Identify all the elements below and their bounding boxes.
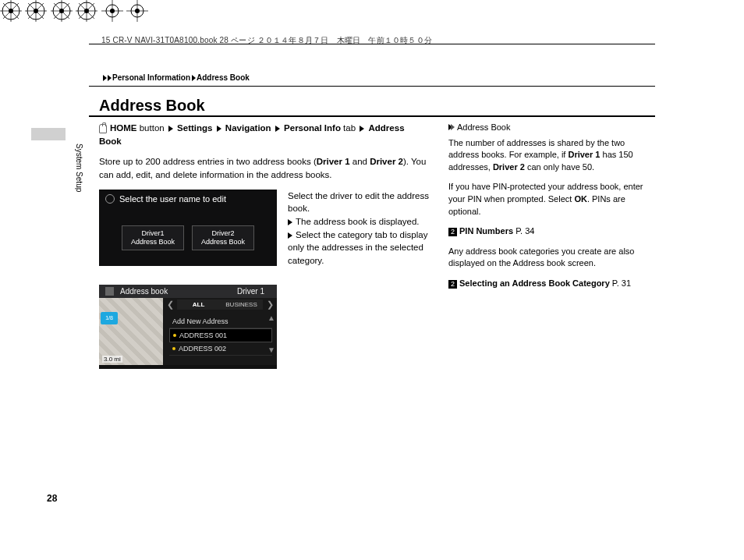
breadcrumb: Personal InformationAddress Book (103, 73, 250, 82)
title-rule (89, 115, 655, 117)
breadcrumb-rule (89, 86, 655, 87)
link-icon: 2 (448, 228, 457, 236)
nav-settings: Settings (177, 123, 212, 133)
instr-2: The address book is displayed. (296, 217, 420, 226)
nav-personal: Personal Info (284, 123, 341, 133)
registration-mark (76, 0, 97, 22)
registration-mark (25, 0, 47, 22)
sb-link: 2PIN Numbers P. 34 (448, 225, 655, 238)
sb-paragraph: The number of addresses is shared by the… (448, 137, 655, 174)
triangle-icon (288, 219, 292, 225)
triangle-icon (288, 232, 292, 239)
triangle-icon (103, 75, 107, 81)
screenshot-select-user: Select the user name to edit Driver1Addr… (99, 190, 277, 266)
tab-right-arrow[interactable]: ❯ (263, 299, 277, 310)
header-rule (89, 44, 655, 44)
triangle-icon (360, 126, 364, 132)
instr-3: Select the category tab to display only … (288, 230, 427, 265)
marker-icon (173, 334, 176, 337)
map-scale: 3.0 mi (102, 356, 122, 363)
registration-mark (51, 0, 73, 22)
section-tab (31, 128, 66, 140)
chevron-icon (451, 124, 455, 130)
sb-title: Address Book (457, 122, 510, 132)
nav-path: HOME button Settings Navigation Personal… (99, 122, 427, 147)
triangle-icon (168, 126, 173, 132)
instructions: Select the driver to edit the address bo… (288, 190, 436, 268)
marker-icon (172, 347, 175, 350)
hand-icon (99, 124, 107, 133)
scroll-down-icon[interactable]: ▼ (267, 346, 275, 354)
tab-business[interactable]: BUSINESS (220, 299, 263, 310)
triangle-icon (217, 126, 221, 132)
gear-icon (105, 194, 115, 204)
body-paragraph: Store up to 200 address entries in two a… (99, 155, 434, 181)
triangle-icon (108, 75, 112, 81)
driver2-button[interactable]: Driver2Address Book (192, 225, 254, 251)
instr-1: Select the driver to edit the address bo… (288, 190, 436, 215)
breadcrumb-a: Personal Information (112, 73, 190, 82)
sidebar-notes: Address Book The number of addresses is … (448, 122, 655, 298)
nav-home: HOME (110, 123, 137, 133)
link-icon: 2 (448, 280, 457, 289)
scroll-up-icon[interactable]: ▲ (267, 314, 275, 322)
sb-paragraph: Any address book categories you create a… (448, 246, 655, 270)
nav-navigation: Navigation (225, 123, 271, 133)
shot1-header: Select the user name to edit (119, 194, 226, 204)
page-title: Address Book (99, 97, 205, 115)
section-label: System Setup (75, 144, 83, 192)
page-badge: 1/8 (101, 312, 118, 324)
map-thumbnail: 1/8 3.0 mi (99, 298, 163, 365)
screenshot-address-book: Address book Driver 1 1/8 3.0 mi ❮ ALL B… (99, 285, 277, 369)
home-icon[interactable] (105, 287, 114, 296)
shot2-driver: Driver 1 (237, 287, 271, 296)
sb-link: 2Selecting an Address Book Category P. 3… (448, 278, 655, 290)
triangle-icon (275, 126, 280, 132)
list-item-add[interactable]: Add New Address (169, 315, 272, 328)
list-item[interactable]: ADDRESS 002 (169, 342, 272, 356)
triangle-icon (192, 75, 196, 81)
crosshair-mark (101, 0, 123, 22)
tab-left-arrow[interactable]: ❮ (163, 299, 177, 310)
sb-paragraph: If you have PIN-protected your address b… (448, 181, 655, 218)
breadcrumb-b: Address Book (197, 73, 250, 82)
page-number: 28 (47, 493, 57, 504)
registration-mark (0, 0, 22, 22)
shot2-title: Address book (120, 287, 168, 296)
crosshair-mark (126, 0, 148, 22)
tab-all[interactable]: ALL (177, 299, 220, 310)
driver1-button[interactable]: Driver1Address Book (122, 225, 184, 251)
list-item[interactable]: ADDRESS 001 (169, 328, 272, 342)
